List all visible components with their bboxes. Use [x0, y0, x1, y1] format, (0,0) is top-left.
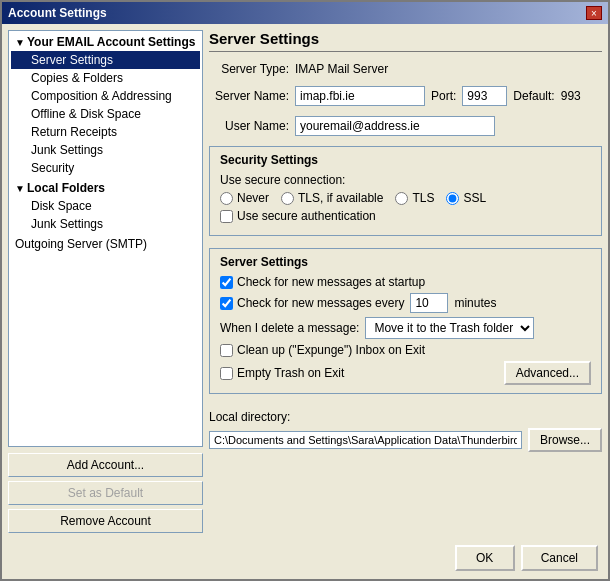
radio-row: Never TLS, if available TLS SSL	[220, 191, 591, 205]
radio-tls-available[interactable]	[281, 192, 294, 205]
default-label: Default:	[513, 89, 554, 103]
check-every-row: Check for new messages every minutes	[220, 293, 591, 313]
user-name-input[interactable]	[295, 116, 495, 136]
use-secure-auth-text: Use secure authentication	[237, 209, 376, 223]
tree-item-security[interactable]: Security	[11, 159, 200, 177]
server-settings-group-title: Server Settings	[220, 255, 591, 269]
use-secure-auth-label[interactable]: Use secure authentication	[220, 209, 376, 223]
cancel-button[interactable]: Cancel	[521, 545, 598, 571]
radio-tls[interactable]	[395, 192, 408, 205]
panel-title: Server Settings	[209, 30, 602, 52]
delete-message-label: When I delete a message:	[220, 321, 359, 335]
radio-ssl[interactable]	[446, 192, 459, 205]
tree-label-composition: Composition & Addressing	[31, 89, 172, 103]
check-every-input[interactable]	[410, 293, 448, 313]
server-name-label: Server Name:	[209, 89, 289, 103]
server-name-row: Server Name: Port: Default: 993	[209, 86, 602, 106]
tree-item-server-settings[interactable]: Server Settings	[11, 51, 200, 69]
set-default-button[interactable]: Set as Default	[8, 481, 203, 505]
check-every-text: Check for new messages every	[237, 296, 404, 310]
cleanup-row: Clean up ("Expunge") Inbox on Exit	[220, 343, 591, 357]
security-settings-group: Security Settings Use secure connection:…	[209, 146, 602, 236]
delete-message-select[interactable]: Move it to the Trash folder Delete it im…	[365, 317, 534, 339]
tree-item-outgoing-smtp[interactable]: Outgoing Server (SMTP)	[11, 235, 200, 253]
delete-message-row: When I delete a message: Move it to the …	[220, 317, 591, 339]
remove-account-button[interactable]: Remove Account	[8, 509, 203, 533]
check-every-checkbox[interactable]	[220, 297, 233, 310]
check-startup-checkbox[interactable]	[220, 276, 233, 289]
advanced-button[interactable]: Advanced...	[504, 361, 591, 385]
close-button[interactable]: ×	[586, 6, 602, 20]
radio-tls-available-label[interactable]: TLS, if available	[281, 191, 383, 205]
left-buttons: Add Account... Set as Default Remove Acc…	[8, 453, 203, 533]
tree-toggle-local: ▼	[15, 183, 25, 194]
tree-item-local-folders[interactable]: ▼ Local Folders	[11, 179, 200, 197]
tree-label-junk-settings: Junk Settings	[31, 143, 103, 157]
empty-trash-row: Empty Trash on Exit Advanced...	[220, 361, 591, 385]
cleanup-checkbox[interactable]	[220, 344, 233, 357]
tree-item-offline-disk[interactable]: Offline & Disk Space	[11, 105, 200, 123]
cleanup-text: Clean up ("Expunge") Inbox on Exit	[237, 343, 425, 357]
tree-label-local-folders: Local Folders	[27, 181, 105, 195]
empty-trash-label[interactable]: Empty Trash on Exit	[220, 366, 344, 380]
tree-item-junk-local[interactable]: Junk Settings	[11, 215, 200, 233]
check-startup-row: Check for new messages at startup	[220, 275, 591, 289]
add-account-button[interactable]: Add Account...	[8, 453, 203, 477]
local-directory-section: Local directory: Browse...	[209, 410, 602, 452]
main-content: ▼ Your EMAIL Account Settings Server Set…	[2, 24, 608, 539]
check-every-label[interactable]: Check for new messages every	[220, 296, 404, 310]
radio-ssl-label[interactable]: SSL	[446, 191, 486, 205]
bottom-bar: OK Cancel	[2, 539, 608, 579]
account-settings-window: Account Settings × ▼ Your EMAIL Account …	[0, 0, 610, 581]
right-panel: Server Settings Server Type: IMAP Mail S…	[209, 30, 602, 533]
ok-button[interactable]: OK	[455, 545, 515, 571]
tree-item-email-root[interactable]: ▼ Your EMAIL Account Settings	[11, 33, 200, 51]
check-startup-text: Check for new messages at startup	[237, 275, 425, 289]
use-secure-label: Use secure connection:	[220, 173, 591, 187]
tree-label-security: Security	[31, 161, 74, 175]
local-dir-row: Browse...	[209, 428, 602, 452]
use-secure-auth-checkbox[interactable]	[220, 210, 233, 223]
radio-never-text: Never	[237, 191, 269, 205]
user-name-label: User Name:	[209, 119, 289, 133]
tree-toggle-email: ▼	[15, 37, 25, 48]
title-bar-text: Account Settings	[8, 6, 107, 20]
tree-item-copies-folders[interactable]: Copies & Folders	[11, 69, 200, 87]
server-type-label: Server Type:	[209, 62, 289, 76]
radio-ssl-text: SSL	[463, 191, 486, 205]
local-dir-label: Local directory:	[209, 410, 602, 424]
radio-never-label[interactable]: Never	[220, 191, 269, 205]
server-settings-group: Server Settings Check for new messages a…	[209, 248, 602, 394]
tree-item-junk-settings[interactable]: Junk Settings	[11, 141, 200, 159]
default-value: 993	[561, 89, 581, 103]
tree-label-server-settings: Server Settings	[31, 53, 113, 67]
title-bar: Account Settings ×	[2, 2, 608, 24]
tree-label-outgoing-smtp: Outgoing Server (SMTP)	[15, 237, 147, 251]
tree-item-return-receipts[interactable]: Return Receipts	[11, 123, 200, 141]
radio-tls-label[interactable]: TLS	[395, 191, 434, 205]
tree-view[interactable]: ▼ Your EMAIL Account Settings Server Set…	[8, 30, 203, 447]
radio-tls-text: TLS	[412, 191, 434, 205]
server-type-row: Server Type: IMAP Mail Server	[209, 62, 602, 76]
radio-never[interactable]	[220, 192, 233, 205]
tree-label-disk-space: Disk Space	[31, 199, 92, 213]
tree-label-email-root: Your EMAIL Account Settings	[27, 35, 195, 49]
server-name-input[interactable]	[295, 86, 425, 106]
user-name-row: User Name:	[209, 116, 602, 136]
tree-label-offline-disk: Offline & Disk Space	[31, 107, 141, 121]
browse-button[interactable]: Browse...	[528, 428, 602, 452]
tree-label-junk-local: Junk Settings	[31, 217, 103, 231]
port-input[interactable]	[462, 86, 507, 106]
local-dir-input[interactable]	[209, 431, 522, 449]
tree-item-composition[interactable]: Composition & Addressing	[11, 87, 200, 105]
empty-trash-checkbox[interactable]	[220, 367, 233, 380]
server-type-value: IMAP Mail Server	[295, 62, 388, 76]
port-label: Port:	[431, 89, 456, 103]
check-startup-label[interactable]: Check for new messages at startup	[220, 275, 425, 289]
left-panel: ▼ Your EMAIL Account Settings Server Set…	[8, 30, 203, 533]
empty-trash-text: Empty Trash on Exit	[237, 366, 344, 380]
cleanup-label[interactable]: Clean up ("Expunge") Inbox on Exit	[220, 343, 425, 357]
tree-item-disk-space[interactable]: Disk Space	[11, 197, 200, 215]
tree-label-return-receipts: Return Receipts	[31, 125, 117, 139]
radio-tls-available-text: TLS, if available	[298, 191, 383, 205]
